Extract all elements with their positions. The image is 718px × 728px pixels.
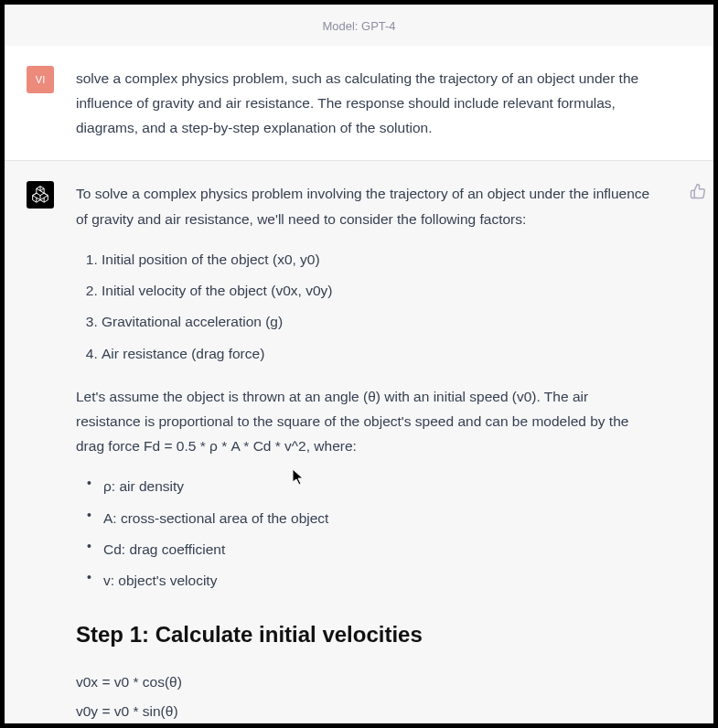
openai-logo-icon (31, 185, 49, 205)
user-message-content: solve a complex physics problem, such as… (76, 66, 691, 140)
assistant-intro: To solve a complex physics problem invol… (76, 181, 655, 230)
factors-list: Initial position of the object (x0, y0) … (76, 248, 655, 366)
assistant-assumption: Let's assume the object is thrown at an … (76, 384, 655, 458)
drag-params-list: ρ: air density A: cross-sectional area o… (76, 475, 655, 593)
list-item: A: cross-sectional area of the object (87, 507, 655, 530)
chat-container: Model: GPT-4 VI solve a complex physics … (5, 5, 713, 723)
list-item: Air resistance (drag force) (102, 342, 655, 366)
list-item: ρ: air density (87, 475, 655, 498)
step1-heading: Step 1: Calculate initial velocities (76, 616, 655, 654)
assistant-message-content: To solve a complex physics problem invol… (76, 181, 691, 723)
thumbs-up-icon[interactable] (690, 183, 706, 199)
user-avatar: VI (27, 66, 54, 93)
user-message-text: solve a complex physics problem, such as… (76, 66, 655, 140)
feedback-icons (690, 183, 706, 199)
list-item: Initial velocity of the object (v0x, v0y… (102, 279, 655, 303)
list-item: Initial position of the object (x0, y0) (102, 248, 655, 272)
list-item: Cd: drag coefficient (87, 538, 655, 562)
list-item: Gravitational acceleration (g) (102, 310, 655, 334)
list-item: v: object's velocity (87, 569, 655, 593)
formula-v0y: v0y = v0 * sin(θ) (76, 700, 655, 723)
user-avatar-initials: VI (36, 74, 45, 85)
formula-v0x: v0x = v0 * cos(θ) (76, 670, 655, 694)
user-message-row: VI solve a complex physics problem, such… (5, 46, 713, 161)
model-label: Model: GPT-4 (5, 5, 713, 46)
assistant-avatar (27, 181, 54, 209)
assistant-message-row: To solve a complex physics problem invol… (5, 161, 713, 723)
